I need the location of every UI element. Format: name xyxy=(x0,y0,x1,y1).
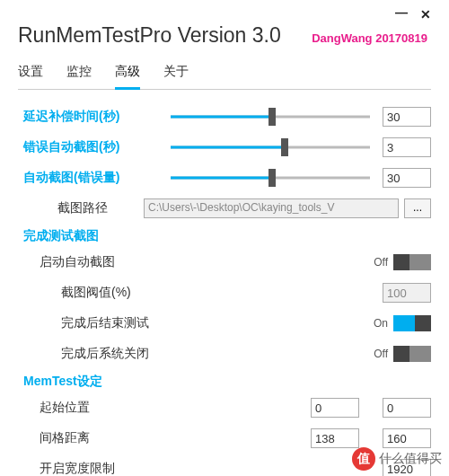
end-test-toggle[interactable] xyxy=(393,315,431,331)
watermark-badge: 值 xyxy=(352,447,375,471)
threshold-input xyxy=(383,283,431,303)
start-y-input[interactable] xyxy=(383,398,431,418)
err-shot-label: 错误自动截图(秒) xyxy=(18,139,171,155)
tab-settings[interactable]: 设置 xyxy=(18,64,43,89)
path-label: 截图路径 xyxy=(18,200,144,216)
shutdown-state: Off xyxy=(374,348,388,360)
tab-bar: 设置 监控 高级 关于 xyxy=(18,64,431,90)
gap-y-input[interactable] xyxy=(383,428,431,448)
memtest-section-header: MemTest设定 xyxy=(18,374,431,390)
auto-shot-slider[interactable] xyxy=(171,169,370,187)
err-shot-slider[interactable] xyxy=(171,138,370,156)
tab-monitor[interactable]: 监控 xyxy=(66,64,92,89)
gap-label: 间格距离 xyxy=(18,430,171,446)
start-x-input[interactable] xyxy=(311,398,359,418)
tab-about[interactable]: 关于 xyxy=(163,64,189,89)
path-input[interactable]: C:\Users\-\Desktop\OC\kaying_tools_V xyxy=(144,198,399,218)
auto-screenshot-toggle[interactable] xyxy=(393,254,431,270)
minimize-button[interactable]: — xyxy=(395,5,408,20)
delay-comp-label: 延迟补偿时间(秒) xyxy=(18,109,171,125)
watermark-text: 什么值得买 xyxy=(379,451,442,467)
auto-screenshot-label: 启动自动截图 xyxy=(18,254,171,270)
err-shot-input[interactable] xyxy=(383,137,431,157)
shutdown-toggle[interactable] xyxy=(393,346,431,362)
threshold-label: 截图阀值(%) xyxy=(18,285,171,301)
start-pos-label: 起始位置 xyxy=(18,400,171,416)
browse-button[interactable]: ... xyxy=(404,198,431,218)
auto-shot-label: 自动截图(错误量) xyxy=(18,170,171,186)
close-button[interactable]: ✕ xyxy=(420,7,431,22)
shutdown-label: 完成后系统关闭 xyxy=(18,346,171,362)
gap-x-input[interactable] xyxy=(311,428,359,448)
finish-section-header: 完成测试截图 xyxy=(18,228,431,244)
delay-comp-input[interactable] xyxy=(383,107,431,127)
tab-advanced[interactable]: 高级 xyxy=(115,64,140,90)
end-test-label: 完成后结束测试 xyxy=(18,315,171,331)
auto-screenshot-state: Off xyxy=(374,256,388,269)
width-limit-label: 开启宽度限制 xyxy=(18,461,171,476)
app-title: RunMemTestPro Version 3.0 xyxy=(18,23,281,48)
delay-comp-slider[interactable] xyxy=(171,108,370,126)
credit-text: DangWang 20170819 xyxy=(312,31,427,45)
auto-shot-input[interactable] xyxy=(383,168,431,188)
watermark: 值 什么值得买 xyxy=(352,447,442,471)
end-test-state: On xyxy=(374,317,388,330)
